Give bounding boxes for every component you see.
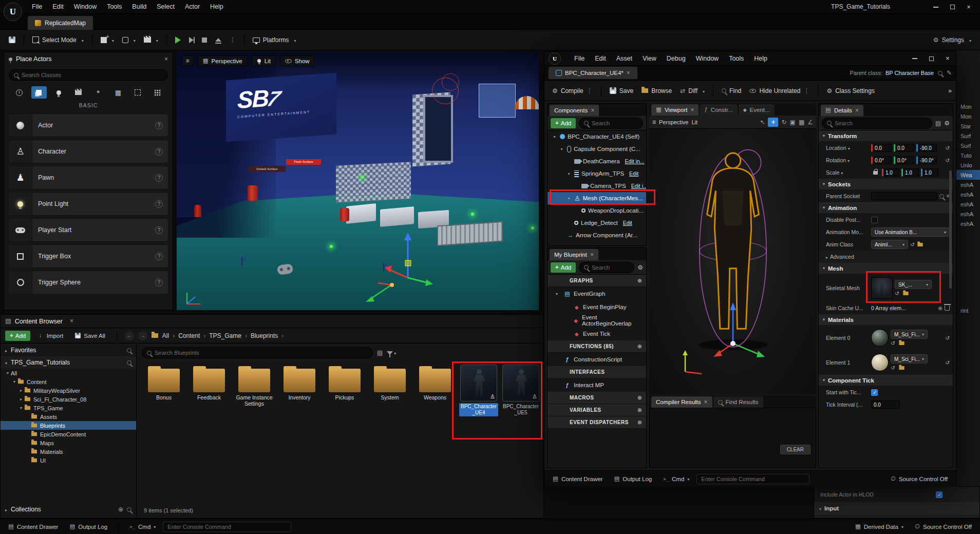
- add-item-icon[interactable]: [637, 344, 642, 349]
- pin-icon[interactable]: [9, 58, 12, 61]
- component-tree-item[interactable]: DeathCamera Edit in...: [548, 155, 646, 167]
- menu-item[interactable]: Edit: [590, 52, 611, 66]
- add-item-icon[interactable]: [637, 395, 642, 400]
- parent-class-value[interactable]: BP Character Base: [885, 70, 934, 76]
- folder-tile[interactable]: Game Instance Settings: [233, 365, 275, 407]
- anim-class-select[interactable]: AnimI...: [871, 240, 908, 249]
- background-panel-item[interactable]: eshA: [956, 209, 980, 219]
- platforms-dropdown[interactable]: Platforms: [249, 33, 300, 47]
- folder-tree-item[interactable]: TPS_Game: [1, 404, 136, 412]
- translate-gizmo-small[interactable]: [363, 278, 400, 308]
- close-tab-icon[interactable]: [590, 252, 594, 258]
- geometry-category-icon[interactable]: [110, 86, 126, 99]
- folder-tree-item[interactable]: Content: [1, 377, 136, 386]
- restore-icon[interactable]: [944, 0, 960, 14]
- expand-arrow-icon[interactable]: [18, 397, 24, 402]
- viewport-menu-button[interactable]: [182, 55, 194, 66]
- settings-dropdown[interactable]: Settings: [930, 33, 975, 47]
- import-button[interactable]: Import: [34, 331, 67, 341]
- blueprints-dropdown[interactable]: [119, 33, 139, 47]
- rotation-x-field[interactable]: 0.0°: [871, 156, 892, 164]
- tab-compiler-results[interactable]: Compiler Results: [651, 396, 712, 408]
- rotation-label[interactable]: Rotation: [826, 157, 869, 163]
- search-icon[interactable]: [127, 348, 131, 353]
- cinematics-dropdown[interactable]: [140, 33, 162, 47]
- menu-item[interactable]: Edit: [47, 0, 69, 14]
- content-drawer-button[interactable]: Content Drawer: [549, 473, 607, 485]
- folder-tile[interactable]: Bonus: [143, 365, 185, 407]
- add-component-button[interactable]: Add: [551, 118, 576, 128]
- menu-item[interactable]: File: [569, 52, 590, 66]
- my-blueprint-row[interactable]: EVENT DISPATCHERS: [548, 416, 646, 429]
- sockets-section-header[interactable]: Sockets: [819, 179, 953, 190]
- scale-x-field[interactable]: 1.0: [882, 168, 899, 177]
- view-options-icon[interactable]: [377, 350, 383, 356]
- tab-viewport[interactable]: Viewport: [651, 104, 699, 116]
- source-control-button[interactable]: Source Control Off: [911, 521, 976, 532]
- component-tick-section-header[interactable]: Component Tick: [819, 375, 953, 386]
- material-thumbnail[interactable]: [871, 354, 889, 371]
- close-tab-icon[interactable]: [690, 107, 694, 113]
- my-blueprint-row[interactable]: FUNCTIONS (85): [548, 340, 646, 353]
- menu-item[interactable]: Debug: [662, 52, 691, 66]
- add-element-icon[interactable]: [938, 306, 943, 311]
- use-selected-icon[interactable]: [910, 242, 915, 247]
- folder-tree-item[interactable]: MilitaryWeapSilver: [1, 386, 136, 395]
- console-command-input[interactable]: [701, 476, 805, 482]
- location-label[interactable]: Location: [826, 145, 869, 151]
- close-panel-icon[interactable]: [70, 318, 73, 325]
- reset-to-default-icon[interactable]: [945, 360, 950, 366]
- folder-tree-item[interactable]: Blueprints: [1, 421, 136, 430]
- menu-item[interactable]: Build: [127, 0, 152, 14]
- gear-icon[interactable]: [637, 264, 643, 271]
- tab-components[interactable]: Components: [550, 105, 599, 116]
- rotation-snap-icon[interactable]: [807, 119, 813, 125]
- folder-tree-item[interactable]: Maps: [1, 438, 136, 447]
- breadcrumb-item[interactable]: Content: [178, 332, 209, 339]
- derived-data-dropdown[interactable]: Derived Data: [851, 521, 908, 532]
- bp-preview-viewport[interactable]: [649, 129, 816, 394]
- back-button[interactable]: [125, 331, 134, 340]
- parent-socket-field[interactable]: [871, 192, 937, 200]
- folder-tile[interactable]: Pickups: [324, 365, 366, 407]
- eject-button[interactable]: [212, 33, 225, 47]
- disable-post-checkbox[interactable]: [871, 217, 878, 223]
- favorites-header[interactable]: Favorites: [1, 344, 136, 356]
- close-tab-icon[interactable]: [591, 107, 594, 114]
- add-item-icon[interactable]: [637, 420, 642, 425]
- edit-icon[interactable]: [947, 70, 952, 76]
- materials-section-header[interactable]: Materials: [819, 314, 953, 326]
- transform-section-header[interactable]: Transform: [819, 130, 953, 142]
- source-control-button[interactable]: Source Control Off: [887, 473, 952, 485]
- place-actors-search-input[interactable]: [22, 72, 163, 78]
- mesh-section-header[interactable]: Mesh: [819, 263, 953, 274]
- folder-tile[interactable]: System: [369, 365, 411, 407]
- lit-dropdown[interactable]: Lit: [252, 55, 276, 66]
- tab-my-blueprint[interactable]: My Blueprint: [550, 249, 598, 260]
- place-actor-item[interactable]: Player Start: [8, 218, 168, 242]
- basic-category-icon[interactable]: [31, 86, 47, 99]
- background-panel-item[interactable]: Unlo: [956, 160, 980, 170]
- folder-tree-item[interactable]: Sci_Fi_Character_08: [1, 395, 136, 404]
- expand-arrow-icon[interactable]: [5, 371, 11, 375]
- expand-arrow-icon[interactable]: [559, 147, 564, 151]
- tab-event-graph[interactable]: Event...: [739, 104, 775, 116]
- volumes-category-icon[interactable]: [130, 86, 145, 99]
- overflow-chevrons-icon[interactable]: [948, 88, 952, 94]
- menu-item[interactable]: Tools: [102, 0, 127, 14]
- component-tree-item[interactable]: Mesh (CharacterMes...: [548, 192, 646, 204]
- my-blueprint-row[interactable]: INTERFACES: [548, 366, 646, 378]
- place-actor-item[interactable]: Actor: [8, 113, 168, 137]
- rotation-y-field[interactable]: 0.0°: [894, 156, 914, 164]
- browse-to-asset-icon[interactable]: [917, 242, 922, 246]
- advanced-expander[interactable]: Advanced: [819, 251, 953, 263]
- skeletal-mesh-thumbnail[interactable]: [871, 277, 893, 299]
- component-tree-item[interactable]: Capsule Component (C...: [548, 143, 646, 155]
- trash-icon[interactable]: [945, 306, 950, 311]
- background-panel-item[interactable]: Star: [956, 121, 980, 131]
- close-tab-icon[interactable]: [704, 399, 708, 406]
- skeletal-mesh-select[interactable]: SK_...: [895, 280, 932, 289]
- recently-placed-icon[interactable]: [11, 86, 27, 99]
- breadcrumb-item[interactable]: TPS_Game: [209, 332, 251, 339]
- menu-item[interactable]: Window: [691, 52, 724, 66]
